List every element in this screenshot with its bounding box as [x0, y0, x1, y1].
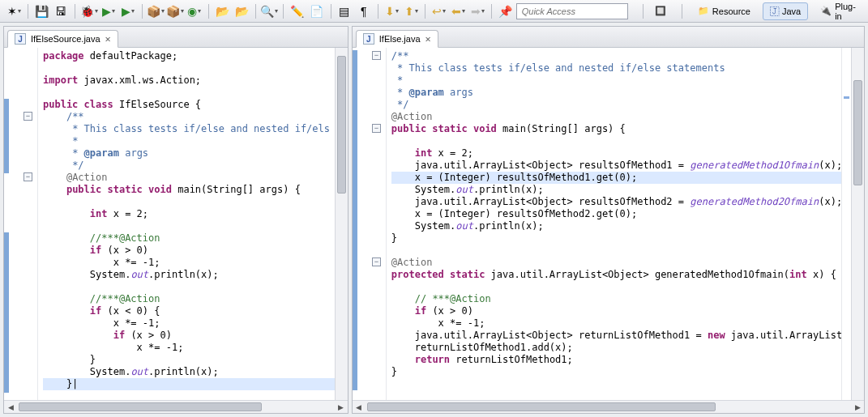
- tab-label: IfElseSource.java: [31, 34, 100, 44]
- code-area[interactable]: package defaultPackage; import javax.xml…: [38, 48, 335, 400]
- tab-row: J IfElseSource.java ✕: [4, 27, 348, 48]
- last-edit-icon[interactable]: ↩: [430, 2, 447, 20]
- label: Resource: [712, 6, 750, 16]
- gutter[interactable]: − −: [4, 48, 38, 400]
- scroll-thumb[interactable]: [367, 402, 716, 411]
- change-marker: [353, 50, 357, 390]
- new-package-icon[interactable]: 📦: [147, 2, 165, 20]
- tab-row: J IfElse.java ✕: [353, 27, 864, 48]
- new-type-icon[interactable]: ◉: [186, 2, 203, 20]
- plugin-perspective-button[interactable]: 🔌Plug-in: [813, 2, 863, 20]
- save-icon[interactable]: 💾: [32, 2, 50, 20]
- toggle-breadcrumb-icon[interactable]: 📄: [308, 2, 326, 20]
- overview-mark: [844, 96, 849, 99]
- run-last-icon[interactable]: ▶: [119, 2, 137, 20]
- mark-occurrences-icon[interactable]: ✏️: [289, 2, 306, 20]
- open-type-icon[interactable]: 📂: [213, 2, 231, 20]
- run-icon[interactable]: ▶: [100, 2, 118, 20]
- editor-split: J IfElseSource.java ✕ − − package defaul…: [0, 23, 868, 417]
- gutter[interactable]: − − −: [353, 48, 387, 400]
- tab-ifelse[interactable]: J IfElse.java ✕: [356, 30, 438, 48]
- vertical-scrollbar[interactable]: [851, 48, 864, 400]
- main-toolbar: ✶ 💾 🖫 🐞 ▶ ▶ 📦 📦 ◉ 📂 📂 🔍 ✏️ 📄 ▤ ¶ ⬇ ⬆ ↩ ⬅…: [0, 0, 868, 23]
- change-marker: [4, 232, 9, 393]
- toggle-block-selection-icon[interactable]: ▤: [336, 2, 353, 20]
- fold-collapse-icon[interactable]: −: [372, 124, 381, 133]
- fold-collapse-icon[interactable]: −: [372, 51, 381, 60]
- scroll-right-icon[interactable]: ▶: [335, 402, 348, 413]
- search-icon[interactable]: 🔍: [260, 2, 278, 20]
- change-marker: [4, 99, 9, 173]
- show-whitespace-icon[interactable]: ¶: [355, 2, 373, 20]
- fold-collapse-icon[interactable]: −: [24, 172, 32, 181]
- code-area[interactable]: /** * This class tests if/else and neste…: [387, 48, 841, 400]
- separator: [682, 4, 682, 19]
- open-task-icon[interactable]: 📂: [233, 2, 250, 20]
- save-all-icon[interactable]: 🖫: [52, 2, 70, 20]
- resource-perspective-button[interactable]: 📁Resource: [691, 2, 758, 20]
- scroll-thumb[interactable]: [19, 402, 262, 411]
- java-file-icon: J: [363, 33, 374, 45]
- label: Plug-in: [835, 2, 856, 21]
- prev-annotation-icon[interactable]: ⬆: [402, 2, 420, 20]
- editor-body: − − − /** * This class tests if/else and…: [353, 48, 864, 400]
- scroll-thumb[interactable]: [337, 56, 346, 194]
- editor-body: − − package defaultPackage; import javax…: [4, 48, 348, 400]
- editor-pane-left: J IfElseSource.java ✕ − − package defaul…: [3, 26, 348, 414]
- new-wizard-icon[interactable]: ✶: [5, 2, 23, 20]
- scroll-thumb[interactable]: [853, 80, 862, 185]
- perspective-switcher: 🔲 📁Resource 🇯Java 🔌Plug-in: [648, 0, 863, 23]
- forward-icon[interactable]: ➡: [468, 2, 486, 20]
- quick-access-input[interactable]: [516, 3, 628, 19]
- fold-collapse-icon[interactable]: −: [24, 112, 32, 121]
- back-icon[interactable]: ⬅: [449, 2, 467, 20]
- horizontal-scrollbar[interactable]: ◀ ▶: [4, 400, 348, 413]
- next-annotation-icon[interactable]: ⬇: [383, 2, 400, 20]
- close-icon[interactable]: ✕: [425, 33, 431, 45]
- debug-icon[interactable]: 🐞: [80, 2, 98, 20]
- vertical-scrollbar[interactable]: [335, 48, 348, 400]
- label: Java: [782, 6, 801, 16]
- scroll-right-icon[interactable]: ▶: [851, 402, 864, 413]
- java-file-icon: J: [15, 33, 26, 45]
- tab-label: IfElse.java: [379, 34, 421, 44]
- java-perspective-button[interactable]: 🇯Java: [763, 2, 808, 20]
- open-perspective-icon[interactable]: 🔲: [648, 2, 673, 20]
- new-class-icon[interactable]: 📦: [166, 2, 184, 20]
- scroll-left-icon[interactable]: ◀: [4, 402, 17, 413]
- close-icon[interactable]: ✕: [105, 33, 111, 45]
- fold-collapse-icon[interactable]: −: [372, 257, 381, 266]
- tab-ifelsesource[interactable]: J IfElseSource.java ✕: [7, 30, 118, 48]
- horizontal-scrollbar[interactable]: ◀ ▶: [353, 400, 864, 413]
- scroll-left-icon[interactable]: ◀: [353, 402, 366, 413]
- overview-ruler[interactable]: [841, 48, 851, 400]
- pin-editor-icon[interactable]: 📌: [497, 2, 515, 20]
- editor-pane-right: J IfElse.java ✕ − − − /** * This class t…: [352, 26, 865, 414]
